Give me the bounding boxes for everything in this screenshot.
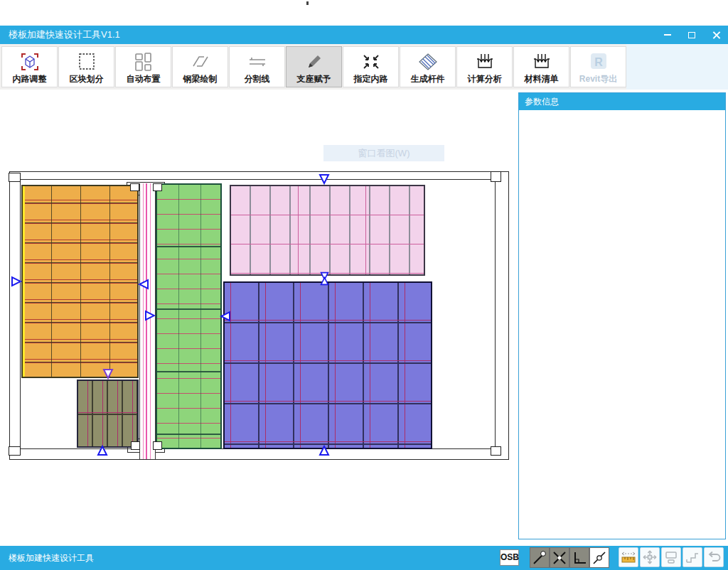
close-button[interactable] [704, 26, 728, 44]
support-marker-down[interactable] [318, 173, 330, 185]
generate-members-button[interactable]: 生成杆件 [400, 46, 456, 87]
button-label: 分割线 [245, 74, 270, 84]
endpoint-snap-button[interactable] [530, 547, 550, 568]
support-marker-up[interactable] [97, 445, 108, 456]
main-toolbar: 内路调整 区块划分 自动布置 钢梁绘制 分割线 [0, 44, 728, 90]
corner-handle[interactable] [130, 183, 139, 191]
support-marker-right[interactable] [144, 310, 156, 321]
intersection-snap-icon [551, 549, 568, 566]
corner-handle[interactable] [9, 446, 21, 456]
measure-ruler-icon [620, 549, 637, 566]
intersection-snap-button[interactable] [550, 547, 569, 568]
adjust-inner-path-button[interactable]: 内路调整 [1, 46, 58, 87]
pencil-icon [304, 50, 325, 74]
svg-text:R: R [594, 56, 603, 68]
steel-beam-icon [190, 50, 211, 74]
support-marker-left[interactable] [220, 311, 231, 322]
support-marker-down[interactable] [102, 368, 114, 380]
button-label: 生成杆件 [411, 74, 445, 84]
corner-handle[interactable] [491, 171, 501, 182]
material-list-button[interactable]: 材料清单 [513, 46, 569, 87]
measure-button[interactable] [619, 547, 638, 567]
corner-handle[interactable] [153, 183, 162, 191]
maximize-icon [688, 32, 695, 38]
grid-icon [133, 50, 154, 74]
undo-button[interactable] [704, 547, 724, 567]
perpendicular-snap-icon [571, 549, 588, 566]
support-marker-right[interactable] [11, 276, 22, 287]
specify-inner-path-button[interactable]: 指定内路 [343, 46, 399, 87]
toolbar-spacer [626, 44, 728, 90]
orange-slab[interactable] [21, 185, 139, 378]
button-label: 内路调整 [13, 74, 47, 84]
revit-r-icon: R [588, 50, 609, 74]
corridor-strip[interactable] [139, 183, 156, 459]
nearest-snap-icon [591, 549, 608, 566]
view-tool-group [619, 547, 724, 567]
perpendicular-snap-button[interactable] [569, 547, 589, 568]
stray-dot [306, 1, 309, 5]
corner-handle[interactable] [153, 441, 162, 450]
zoom-window-hint[interactable]: 窗口看图(W) [323, 145, 444, 161]
polyline-button[interactable] [682, 547, 702, 567]
parameter-panel: 参数信息 [518, 92, 726, 539]
support-marker-left[interactable] [138, 279, 149, 290]
button-label: 自动布置 [127, 74, 161, 84]
snap-button-group [530, 547, 609, 568]
corner-handle[interactable] [491, 446, 501, 456]
parameter-panel-header: 参数信息 [519, 93, 725, 110]
nearest-snap-button[interactable] [589, 547, 609, 568]
polyline-icon [684, 549, 701, 566]
cube-icon [19, 50, 41, 74]
osb-toggle[interactable]: OSB [500, 549, 519, 566]
parameter-panel-body [519, 110, 725, 539]
pink-slab[interactable] [230, 185, 425, 276]
move-icon [641, 549, 658, 566]
maximize-button[interactable] [680, 26, 704, 44]
undo-icon [705, 549, 722, 566]
minimize-button[interactable] [655, 26, 680, 44]
move-button[interactable] [640, 547, 660, 567]
corner-handle[interactable] [131, 441, 140, 450]
layout-icon [663, 549, 680, 566]
blue-slab[interactable] [223, 281, 432, 449]
window-title: 楼板加建快速设计工具V1.1 [0, 28, 655, 41]
endpoint-snap-icon [531, 549, 548, 566]
dashed-square-icon [76, 50, 97, 74]
green-slab[interactable] [156, 183, 222, 449]
revit-export-button[interactable]: R Revit导出 [570, 46, 626, 87]
button-label: 指定内路 [354, 74, 388, 84]
auto-layout-button[interactable]: 自动布置 [115, 46, 171, 87]
button-label: 钢梁绘制 [183, 74, 218, 84]
corner-handle[interactable] [9, 173, 21, 182]
button-label: Revit导出 [579, 74, 617, 84]
steel-beam-draw-button[interactable]: 钢梁绘制 [172, 46, 228, 87]
button-label: 材料清单 [525, 74, 559, 84]
download-arrows-icon [474, 50, 496, 74]
support-marker-up[interactable] [318, 445, 330, 456]
button-label: 区块划分 [70, 74, 104, 84]
title-bar: 楼板加建快速设计工具V1.1 [0, 26, 728, 44]
button-label: 支座赋予 [297, 74, 331, 84]
close-icon [712, 31, 720, 39]
split-line-button[interactable]: 分割线 [229, 46, 285, 87]
button-label: 计算分析 [468, 74, 502, 84]
calculation-analysis-button[interactable]: 计算分析 [456, 46, 513, 87]
hatched-panel-icon [417, 50, 439, 74]
layout-button[interactable] [661, 547, 681, 567]
download-arrows-icon [531, 50, 552, 74]
status-app-name: 楼板加建快速设计工具 [9, 546, 94, 570]
minimize-icon [664, 34, 671, 36]
support-assign-button[interactable]: 支座赋予 [286, 46, 342, 87]
compress-arrows-icon [360, 50, 382, 74]
block-division-button[interactable]: 区块划分 [58, 46, 114, 87]
olive-slab[interactable] [77, 380, 139, 448]
support-marker-up[interactable] [320, 276, 329, 286]
split-lines-icon [247, 50, 268, 74]
